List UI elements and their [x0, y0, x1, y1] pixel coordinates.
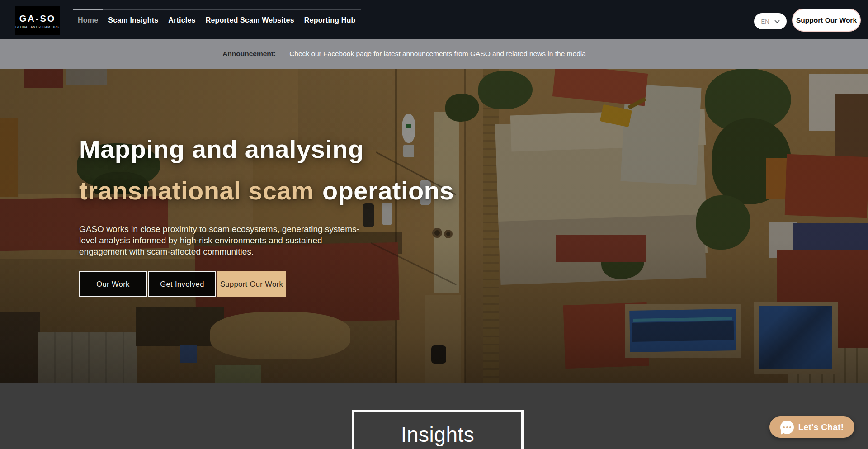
insights-section: Insights	[0, 383, 868, 449]
nav-item-reporting-hub[interactable]: Reporting Hub	[299, 10, 361, 24]
hero-heading-line2: transnational scamoperations	[79, 176, 454, 205]
chevron-down-icon	[774, 20, 780, 23]
nav-item-scam-insights[interactable]: Scam Insights	[103, 10, 163, 24]
announcement-label: Announcement:	[222, 50, 276, 58]
language-selected: EN	[761, 18, 769, 25]
hero-description: GASO works in close proximity to scam ec…	[79, 223, 372, 257]
gaso-logo[interactable]: GA-SO GLOBAL ANTI-SCAM ORG	[15, 6, 60, 35]
announcement-content: Announcement: Check our Facebook page fo…	[222, 50, 586, 58]
get-involved-button[interactable]: Get Involved	[148, 271, 216, 297]
hero-heading-line1: Mapping and analysing	[79, 135, 454, 164]
hero-heading-accent: transnational scam	[79, 176, 314, 205]
hero-content: Mapping and analysing transnational scam…	[79, 135, 454, 297]
chat-label: Let's Chat!	[798, 422, 844, 432]
logo-name: GA-SO	[19, 14, 56, 24]
hero-section: Mapping and analysing transnational scam…	[0, 69, 868, 383]
nav-item-home[interactable]: Home	[73, 10, 103, 24]
lets-chat-button[interactable]: Let's Chat!	[769, 416, 854, 438]
our-work-button[interactable]: Our Work	[79, 271, 147, 297]
hero-heading-rest: operations	[322, 176, 454, 205]
nav-item-reported-scam-websites[interactable]: Reported Scam Websites	[201, 10, 299, 24]
insights-title-box: Insights	[352, 410, 524, 449]
language-selector[interactable]: EN	[754, 13, 787, 29]
logo-tagline: GLOBAL ANTI-SCAM ORG	[15, 25, 60, 28]
chat-bubble-icon	[780, 421, 794, 434]
main-nav: Home Scam Insights Articles Reported Sca…	[73, 9, 361, 24]
insights-title: Insights	[401, 422, 475, 447]
top-navbar: GA-SO GLOBAL ANTI-SCAM ORG Home Scam Ins…	[0, 0, 868, 39]
announcement-bar: Announcement: Check our Facebook page fo…	[0, 39, 868, 69]
announcement-message: Check our Facebook page for latest annou…	[289, 50, 586, 58]
support-our-work-button[interactable]: Support Our Work	[792, 9, 861, 32]
hero-buttons: Our Work Get Involved Support Our Work	[79, 271, 454, 297]
support-our-work-hero-button[interactable]: Support Our Work	[217, 271, 286, 297]
nav-item-articles[interactable]: Articles	[163, 10, 200, 24]
